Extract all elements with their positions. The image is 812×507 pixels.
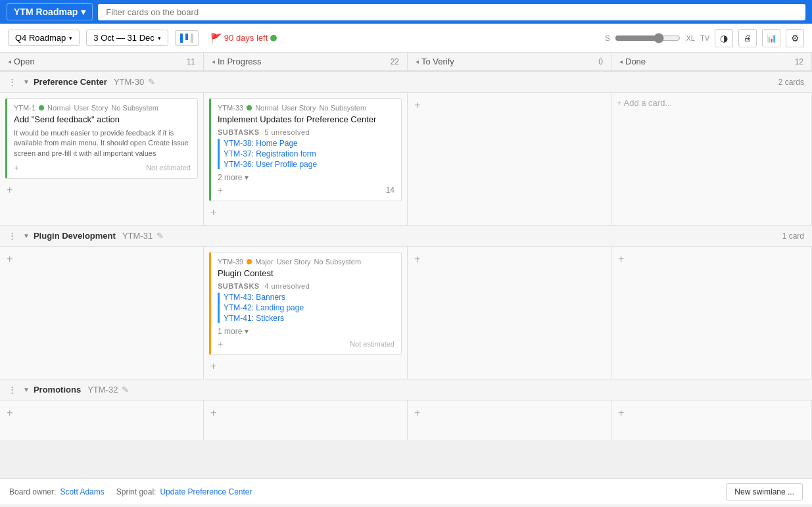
swimlane-edit-icon3[interactable]: ✎	[122, 385, 129, 395]
collapse-done-icon[interactable]: ◂	[619, 58, 623, 65]
swimlane-plugin-development: ⋮ ▼ Plugin Development YTM-31 ✎ 1 card +…	[0, 225, 812, 379]
subtasks-label-ytm-33: SUBTASKS 5 unresolved	[218, 128, 394, 136]
swimlane-menu-icon3[interactable]: ⋮	[8, 385, 16, 395]
cell-inprogress-plugin: YTM-39 Major User Story No Subsystem Plu…	[204, 247, 408, 379]
dropdown-arrow-icon: ▾	[81, 7, 85, 17]
chart-btn[interactable]: 📊	[762, 29, 780, 47]
card-ytm-33[interactable]: YTM-33 Normal User Story No Subsystem Im…	[209, 98, 402, 201]
cell-add-toverify-promotions[interactable]: +	[413, 406, 606, 420]
new-swimlane-btn[interactable]: New swimlane ...	[726, 483, 803, 500]
swimlane-collapse-icon[interactable]: ▼	[23, 78, 30, 85]
top-bar: YTM Roadmap ▾	[0, 0, 812, 24]
size-slider[interactable]	[615, 33, 681, 43]
subtask-ytm43[interactable]: YTM-43: Banners	[224, 293, 394, 302]
cell-add-open-promotions[interactable]: +	[5, 406, 198, 420]
search-input[interactable]	[98, 4, 805, 20]
subtask-ytm38[interactable]: YTM-38: Home Page	[224, 139, 394, 148]
col-header-inprogress: ◂ In Progress 22	[204, 53, 408, 70]
swimlane-header-plugin: ⋮ ▼ Plugin Development YTM-31 ✎ 1 card	[0, 225, 812, 247]
chevron-down-icon: ▾	[69, 35, 72, 41]
cell-open-promotions: +	[0, 400, 204, 440]
settings-btn[interactable]: ⚙	[786, 29, 804, 47]
swimlane-menu-icon[interactable]: ⋮	[8, 77, 16, 87]
export-btn[interactable]: 🖨	[738, 29, 757, 47]
toolbar-right: S XL TV ◑ 🖨 📊 ⚙	[605, 29, 804, 47]
col-header-open: ◂ Open 11	[0, 53, 204, 70]
collapse-inprogress-icon[interactable]: ◂	[212, 58, 215, 65]
col-header-done: ◂ Done 12	[611, 53, 812, 70]
priority-dot-orange	[247, 259, 252, 264]
swimlane-collapse-icon3[interactable]: ▼	[23, 386, 30, 393]
cell-open-preference: YTM-1 Normal User Story No Subsystem Add…	[0, 93, 204, 225]
subtask-ytm42[interactable]: YTM-42: Landing page	[224, 303, 394, 312]
cell-toverify-preference: +	[408, 93, 611, 225]
swimlane-menu-icon2[interactable]: ⋮	[8, 231, 16, 241]
chart-view-icon[interactable]	[175, 30, 199, 46]
cell-add-done-plugin[interactable]: +	[617, 252, 806, 266]
swimlane-header-preference: ⋮ ▼ Preference Center YTM-30 ✎ 2 cards	[0, 71, 812, 93]
status-bar: Board owner: Scott Adams Sprint goal: Up…	[0, 478, 812, 504]
card-add-btn2[interactable]: +	[218, 185, 223, 195]
sprint-days-info: 🚩 90 days left	[210, 33, 277, 43]
cell-toverify-promotions: +	[408, 400, 611, 440]
swimlane-row-plugin: + YTM-39 Major User Story No Subsystem P…	[0, 247, 812, 379]
roadmap-dropdown[interactable]: Q4 Roadmap ▾	[8, 30, 80, 46]
cell-inprogress-preference: YTM-33 Normal User Story No Subsystem Im…	[204, 93, 408, 225]
card-ytm-39[interactable]: YTM-39 Major User Story No Subsystem Plu…	[209, 252, 402, 355]
board-columns-header: ◂ Open 11 ◂ In Progress 22 ◂ To Verify 0…	[0, 53, 812, 71]
card-desc-ytm-1: It would be much easier to provide feedb…	[14, 128, 191, 158]
card-title-ytm-33: Implement Updates for Preference Center	[218, 114, 394, 124]
card-meta-ytm-39: YTM-39 Major User Story No Subsystem	[218, 258, 394, 266]
cell-add-inprogress-preference[interactable]: +	[209, 205, 402, 220]
swimlane-row-promotions: + + + +	[0, 400, 812, 440]
cell-open-plugin: +	[0, 247, 204, 379]
card-footer-ytm-39: + Not estimated	[218, 339, 394, 349]
swimlane-header-promotions: ⋮ ▼ Promotions YTM-32 ✎	[0, 379, 812, 400]
card-meta-ytm-1: YTM-1 Normal User Story No Subsystem	[14, 104, 191, 112]
subtask-ytm41[interactable]: YTM-41: Stickers	[224, 314, 394, 323]
swimlane-edit-icon2[interactable]: ✎	[156, 231, 164, 241]
cell-add-inprogress-plugin[interactable]: +	[209, 359, 402, 374]
cell-inprogress-promotions: +	[204, 400, 408, 440]
card-title-ytm-39: Plugin Contest	[218, 268, 394, 278]
card-ytm-1[interactable]: YTM-1 Normal User Story No Subsystem Add…	[5, 98, 198, 179]
priority-dot-green2	[247, 105, 252, 110]
subtasks-bar-ytm-33: YTM-38: Home Page YTM-37: Registration f…	[218, 139, 394, 169]
card-footer-ytm-33: + 14	[218, 185, 394, 195]
cell-toverify-plugin: +	[408, 247, 611, 379]
priority-dot-green	[39, 105, 44, 110]
project-title-btn[interactable]: YTM Roadmap ▾	[7, 3, 93, 20]
col-header-toverify: ◂ To Verify 0	[408, 53, 611, 70]
collapse-toverify-icon[interactable]: ◂	[416, 58, 419, 65]
sprint-goal-link[interactable]: Update Preference Center	[160, 487, 252, 496]
collapse-open-icon[interactable]: ◂	[8, 58, 11, 65]
cell-done-promotions: +	[611, 400, 812, 440]
cell-add-open-plugin[interactable]: +	[5, 252, 198, 266]
swimlane-row-preference: YTM-1 Normal User Story No Subsystem Add…	[0, 93, 812, 225]
theme-toggle-btn[interactable]: ◑	[715, 29, 733, 47]
more-subtasks-link2[interactable]: 1 more ▾	[218, 327, 394, 336]
card-add-btn[interactable]: +	[14, 162, 19, 173]
swimlane-collapse-icon2[interactable]: ▼	[23, 232, 30, 239]
swimlane-promotions: ⋮ ▼ Promotions YTM-32 ✎ + + + +	[0, 379, 812, 440]
sprint-status-dot	[270, 35, 277, 41]
subtasks-label-ytm-39: SUBTASKS 4 unresolved	[218, 282, 394, 290]
subtask-ytm37[interactable]: YTM-37: Registration form	[224, 149, 394, 158]
sprint-dates-dropdown[interactable]: 3 Oct — 31 Dec ▾	[86, 30, 168, 46]
cell-add-toverify-preference[interactable]: +	[413, 98, 606, 112]
cell-done-plugin: +	[611, 247, 812, 379]
more-subtasks-link[interactable]: 2 more ▾	[218, 173, 394, 182]
board-owner-link[interactable]: Scott Adams	[60, 487, 104, 496]
cell-add-open-preference[interactable]: +	[5, 183, 198, 197]
subtask-ytm36[interactable]: YTM-36: User Profile page	[224, 160, 394, 169]
cell-add-done-promotions[interactable]: +	[617, 406, 806, 420]
swimlane-preference-center: ⋮ ▼ Preference Center YTM-30 ✎ 2 cards Y…	[0, 71, 812, 225]
toolbar: Q4 Roadmap ▾ 3 Oct — 31 Dec ▾ 🚩 90 days …	[0, 24, 812, 53]
cell-add-inprogress-promotions[interactable]: +	[209, 406, 402, 420]
card-meta-ytm-33: YTM-33 Normal User Story No Subsystem	[218, 104, 394, 112]
card-add-btn3[interactable]: +	[218, 339, 223, 349]
cell-done-preference: + Add a card...	[611, 93, 812, 225]
chevron-down-icon2: ▾	[158, 35, 161, 41]
swimlane-edit-icon[interactable]: ✎	[148, 77, 155, 87]
cell-add-toverify-plugin[interactable]: +	[413, 252, 606, 266]
